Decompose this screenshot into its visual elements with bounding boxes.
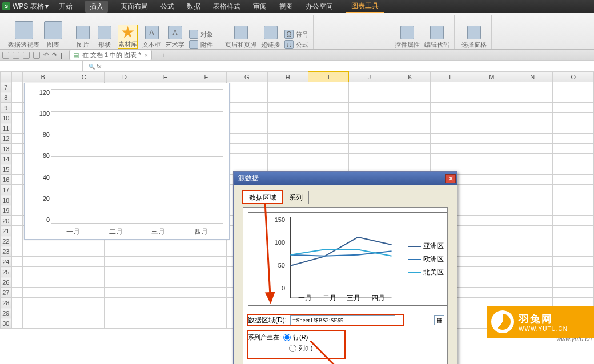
tab-data[interactable]: 数据 bbox=[187, 2, 200, 11]
series-in-label: 系列产生在: bbox=[248, 333, 281, 342]
radio-cols[interactable] bbox=[289, 345, 296, 352]
chart-preview: 150100500 一月二月三月四月 亚洲区欧洲区北美区 bbox=[248, 212, 448, 306]
chart-button[interactable]: 图表 bbox=[44, 21, 62, 49]
picture-button[interactable]: 图片 bbox=[74, 26, 91, 49]
control-prop-label: 控件属性 bbox=[395, 41, 420, 49]
new-tab-button[interactable]: + bbox=[161, 51, 166, 59]
radio-rows-label: 行(R) bbox=[293, 333, 308, 342]
radio-rows[interactable] bbox=[283, 334, 291, 341]
shapes-button[interactable]: 形状 bbox=[96, 26, 113, 49]
bar-x-axis: 一月二月三月四月 bbox=[52, 227, 222, 237]
pivot-table-button[interactable]: 数据透视表 bbox=[8, 21, 39, 49]
tab-table-style[interactable]: 表格样式 bbox=[213, 2, 240, 11]
open-icon[interactable] bbox=[13, 52, 19, 59]
tab-formula[interactable]: 公式 bbox=[160, 2, 174, 11]
tab-office-space[interactable]: 办公空间 bbox=[306, 2, 333, 11]
object-label: 对象 bbox=[200, 30, 213, 39]
dialog-titlebar[interactable]: 源数据 ✕ bbox=[234, 172, 457, 185]
edit-code-button[interactable]: 编辑代码 bbox=[424, 26, 449, 49]
tab-series[interactable]: 系列 bbox=[283, 191, 309, 204]
radio-cols-label: 列(L) bbox=[299, 344, 312, 353]
selection-pane-label: 选择窗格 bbox=[461, 41, 487, 49]
attach-label: 附件 bbox=[200, 41, 213, 49]
object-button[interactable]: 对象 bbox=[189, 30, 213, 39]
selection-pane-icon bbox=[467, 26, 481, 39]
title-bar: S WPS 表格 开始 插入 页面布局 公式 数据 表格样式 审阅 视图 办公空… bbox=[0, 0, 594, 13]
tab-chart-tools[interactable]: 图表工具 bbox=[346, 0, 384, 13]
tab-insert[interactable]: 插入 bbox=[85, 1, 108, 13]
picture-label: 图片 bbox=[77, 41, 89, 49]
shapes-icon bbox=[98, 26, 111, 39]
picture-icon bbox=[76, 26, 90, 39]
data-range-label: 数据区域(D): bbox=[248, 316, 287, 325]
dialog-close-button[interactable]: ✕ bbox=[446, 174, 456, 183]
header-footer-button[interactable]: 页眉和页脚 bbox=[225, 26, 256, 49]
quick-access-bar: ↶ ↷ | ▤在 文档 1 中的 图表 * + bbox=[0, 50, 594, 61]
attach-icon bbox=[189, 40, 198, 49]
gallery-button[interactable]: ★素材库 bbox=[118, 25, 138, 49]
doc-icon: ▤ bbox=[73, 51, 79, 59]
watermark-banner: 羽兔网 WWW.YUTU.CN bbox=[487, 306, 594, 338]
source-data-dialog: 源数据 ✕ 数据区域 系列 150100500 一月二月三月四月 亚洲区欧洲区北… bbox=[233, 171, 457, 364]
hyperlink-label: 超链接 bbox=[261, 41, 280, 49]
range-picker-icon[interactable]: ▦ bbox=[434, 315, 444, 325]
embedded-bar-chart[interactable]: 120100806040200 一月二月三月四月 bbox=[24, 83, 230, 240]
bar-y-axis: 120100806040200 bbox=[27, 89, 50, 223]
print-icon[interactable] bbox=[33, 52, 40, 59]
header-footer-icon bbox=[234, 26, 248, 39]
equation-button[interactable]: π公式 bbox=[284, 40, 308, 49]
watermark-logo-icon bbox=[491, 310, 514, 333]
data-range-input[interactable] bbox=[290, 315, 395, 325]
main-tabs: 开始 插入 页面布局 公式 数据 表格样式 审阅 视图 办公空间 图表工具 bbox=[59, 0, 384, 13]
save-icon[interactable] bbox=[23, 52, 30, 59]
dialog-title-text: 源数据 bbox=[238, 173, 259, 183]
textbox-button[interactable]: A文本框 bbox=[142, 26, 161, 49]
textbox-label: 文本框 bbox=[142, 41, 161, 49]
ribbon: 数据透视表 图表 图片 形状 ★素材库 A文本框 A艺术字 对象 附件 页眉和页… bbox=[0, 13, 594, 50]
symbol-icon: Ω bbox=[284, 30, 294, 39]
formula-input[interactable] bbox=[107, 62, 594, 70]
control-prop-icon bbox=[400, 26, 414, 39]
undo-icon[interactable]: ↶ bbox=[43, 51, 49, 59]
watermark-shadow-text: www.yutu.cn bbox=[556, 335, 592, 342]
edit-code-label: 编辑代码 bbox=[424, 41, 449, 49]
new-icon[interactable] bbox=[2, 52, 9, 59]
equation-icon: π bbox=[284, 40, 294, 49]
wordart-label: 艺术字 bbox=[166, 41, 184, 49]
textbox-icon: A bbox=[145, 26, 159, 39]
pivot-table-icon bbox=[15, 21, 33, 39]
star-icon: ★ bbox=[121, 25, 135, 39]
pivot-table-label: 数据透视表 bbox=[8, 41, 39, 49]
control-prop-button[interactable]: 控件属性 bbox=[395, 26, 420, 49]
object-icon bbox=[189, 30, 198, 39]
wordart-icon: A bbox=[168, 26, 182, 39]
tab-review[interactable]: 审阅 bbox=[253, 2, 267, 11]
dialog-tabs: 数据区域 系列 bbox=[243, 191, 448, 204]
tab-data-range[interactable]: 数据区域 bbox=[243, 191, 283, 204]
hyperlink-button[interactable]: 超链接 bbox=[261, 26, 280, 49]
fx-label[interactable] bbox=[83, 63, 107, 70]
selection-pane-button[interactable]: 选择窗格 bbox=[461, 26, 487, 49]
watermark-brand: 羽兔网 bbox=[519, 312, 568, 326]
chart-label: 图表 bbox=[47, 41, 59, 49]
tab-page-layout[interactable]: 页面布局 bbox=[121, 2, 148, 11]
header-footer-label: 页眉和页脚 bbox=[225, 41, 256, 49]
symbol-button[interactable]: Ω符号 bbox=[284, 30, 308, 39]
symbol-label: 符号 bbox=[296, 30, 308, 39]
shapes-label: 形状 bbox=[98, 41, 111, 49]
app-logo-icon: S bbox=[2, 2, 10, 10]
document-tab[interactable]: ▤在 文档 1 中的 图表 * bbox=[69, 50, 152, 60]
tab-view[interactable]: 视图 bbox=[279, 2, 293, 11]
attach-button[interactable]: 附件 bbox=[189, 40, 213, 49]
app-name[interactable]: WPS 表格 bbox=[13, 2, 49, 11]
wordart-button[interactable]: A艺术字 bbox=[166, 26, 184, 49]
chart-icon bbox=[44, 21, 62, 39]
tab-home[interactable]: 开始 bbox=[59, 2, 73, 11]
redo-icon[interactable]: ↷ bbox=[52, 51, 57, 59]
document-tab-label: 在 文档 1 中的 图表 * bbox=[82, 51, 141, 59]
formula-bar bbox=[0, 61, 594, 71]
worksheet[interactable]: BCDEFGHIJKLMNO78910111213141516171819202… bbox=[0, 71, 594, 364]
watermark-url: WWW.YUTU.CN bbox=[519, 326, 568, 332]
hyperlink-icon bbox=[264, 26, 278, 39]
name-box[interactable] bbox=[0, 61, 83, 71]
